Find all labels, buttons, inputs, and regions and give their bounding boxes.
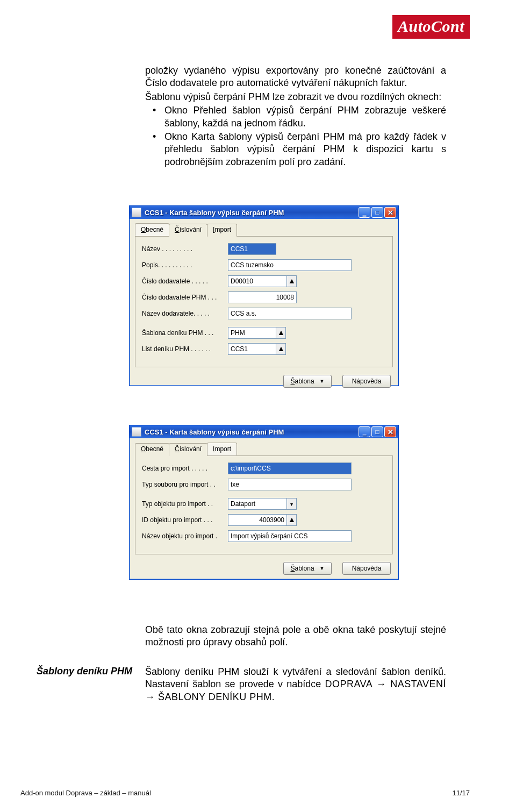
tabbar: Obecné Číslování Import bbox=[135, 443, 393, 456]
lookup-icon[interactable]: ⯅ bbox=[276, 343, 286, 355]
sablona-button[interactable]: Šablona▼ bbox=[283, 375, 332, 388]
titlebar[interactable]: CCS1 - Karta šablony výpisu čerpání PHM … bbox=[130, 425, 398, 438]
input-id-objektu[interactable] bbox=[228, 514, 287, 526]
intro-bullet-2: Okno Karta šablony výpisů čerpání PHM má… bbox=[164, 131, 446, 168]
after-text-2: Šablony deníku PHM slouží k vytváření a … bbox=[145, 666, 446, 703]
tab-cislovani[interactable]: Číslování bbox=[169, 443, 207, 456]
input-sablona-deniku[interactable] bbox=[228, 327, 276, 339]
window-icon bbox=[132, 427, 141, 437]
brand-logo: AutoCont bbox=[392, 15, 470, 39]
window-title: CCS1 - Karta šablony výpisu čerpání PHM bbox=[145, 428, 359, 436]
tab-import[interactable]: Import bbox=[207, 224, 237, 237]
tab-panel-obecne: Název . . . . . . . . . Popis. . . . . .… bbox=[135, 237, 393, 367]
titlebar[interactable]: CCS1 - Karta šablony výpisu čerpání PHM … bbox=[130, 206, 398, 219]
tab-panel-import: Cesta pro import . . . . . Typ souboru p… bbox=[135, 456, 393, 554]
label-nazev-dodavatele: Název dodavatele. . . . . bbox=[142, 310, 228, 317]
napoveda-button[interactable]: Nápověda bbox=[342, 562, 391, 575]
input-cesta-import[interactable] bbox=[228, 462, 352, 474]
input-nazev[interactable] bbox=[228, 243, 276, 255]
tab-import[interactable]: Import bbox=[207, 443, 237, 455]
page-footer: Add-on modul Doprava – základ – manuál 1… bbox=[20, 789, 470, 797]
button-row: Šablona▼ Nápověda bbox=[130, 559, 398, 581]
label-cislo-dodavatele: Číslo dodavatele . . . . . bbox=[142, 277, 228, 285]
label-popis: Popis. . . . . . . . . . bbox=[142, 261, 228, 269]
label-sablona-deniku: Šablona deníku PHM . . . bbox=[142, 329, 228, 337]
label-id-objektu: ID objektu pro import . . . bbox=[142, 516, 228, 524]
label-list-deniku: List deníku PHM . . . . . . bbox=[142, 345, 228, 353]
lookup-icon[interactable]: ⯅ bbox=[287, 275, 297, 287]
input-nazev-dodavatele[interactable] bbox=[228, 308, 352, 319]
maximize-button[interactable]: □ bbox=[371, 426, 383, 437]
input-nazev-objektu[interactable] bbox=[228, 530, 352, 542]
window-icon bbox=[132, 208, 141, 217]
button-row: Šablona▼ Nápověda bbox=[130, 372, 398, 394]
intro-p1: položky vydaného výpisu exportovány pro … bbox=[145, 65, 446, 90]
tab-obecne[interactable]: Obecné bbox=[135, 223, 169, 236]
label-cislo-dodavatele-phm: Číslo dodavatele PHM . . . bbox=[142, 294, 228, 301]
input-typ-objektu[interactable] bbox=[228, 498, 287, 510]
intro-text: položky vydaného výpisu exportovány pro … bbox=[145, 65, 446, 169]
side-heading-sablony-deniku: Šablony deníku PHM bbox=[37, 666, 132, 677]
footer-page-number: 11/17 bbox=[452, 789, 470, 797]
input-list-deniku[interactable] bbox=[228, 343, 276, 355]
minimize-button[interactable]: ‗ bbox=[359, 426, 370, 437]
label-cesta-import: Cesta pro import . . . . . bbox=[142, 465, 228, 472]
after-text-1: Obě tato okna zobrazují stejná pole a ob… bbox=[145, 624, 446, 649]
napoveda-button[interactable]: Nápověda bbox=[342, 375, 391, 388]
label-typ-souboru: Typ souboru pro import . . bbox=[142, 481, 228, 488]
tabbar: Obecné Číslování Import bbox=[135, 223, 393, 237]
label-nazev: Název . . . . . . . . . bbox=[142, 245, 228, 253]
input-cislo-dodavatele[interactable] bbox=[228, 275, 287, 287]
label-nazev-objektu: Název objektu pro import . bbox=[142, 532, 228, 540]
close-button[interactable]: ✕ bbox=[384, 207, 396, 218]
input-typ-souboru[interactable] bbox=[228, 479, 352, 490]
tab-obecne[interactable]: Obecné bbox=[135, 443, 169, 456]
minimize-button[interactable]: ‗ bbox=[359, 207, 370, 218]
tab-cislovani[interactable]: Číslování bbox=[169, 224, 207, 237]
intro-bullet-1: Okno Přehled šablon výpisů čerpání PHM z… bbox=[164, 104, 446, 130]
maximize-button[interactable]: □ bbox=[371, 207, 383, 218]
window-title: CCS1 - Karta šablony výpisu čerpání PHM bbox=[145, 209, 359, 217]
dropdown-icon[interactable]: ▾ bbox=[287, 498, 297, 510]
footer-left: Add-on modul Doprava – základ – manuál bbox=[20, 789, 151, 797]
intro-p2: Šablonu výpisů čerpání PHM lze zobrazit … bbox=[145, 91, 446, 103]
lookup-icon[interactable]: ⯅ bbox=[276, 327, 286, 339]
close-button[interactable]: ✕ bbox=[384, 426, 396, 437]
input-cislo-dodavatele-phm[interactable] bbox=[228, 291, 297, 303]
window-card-obecne: CCS1 - Karta šablony výpisu čerpání PHM … bbox=[129, 205, 399, 386]
window-card-import: CCS1 - Karta šablony výpisu čerpání PHM … bbox=[129, 425, 399, 580]
label-typ-objektu: Typ objektu pro import . . bbox=[142, 500, 228, 508]
lookup-icon[interactable]: ⯅ bbox=[287, 514, 297, 526]
input-popis[interactable] bbox=[228, 259, 352, 271]
sablona-button[interactable]: Šablona▼ bbox=[283, 562, 332, 575]
